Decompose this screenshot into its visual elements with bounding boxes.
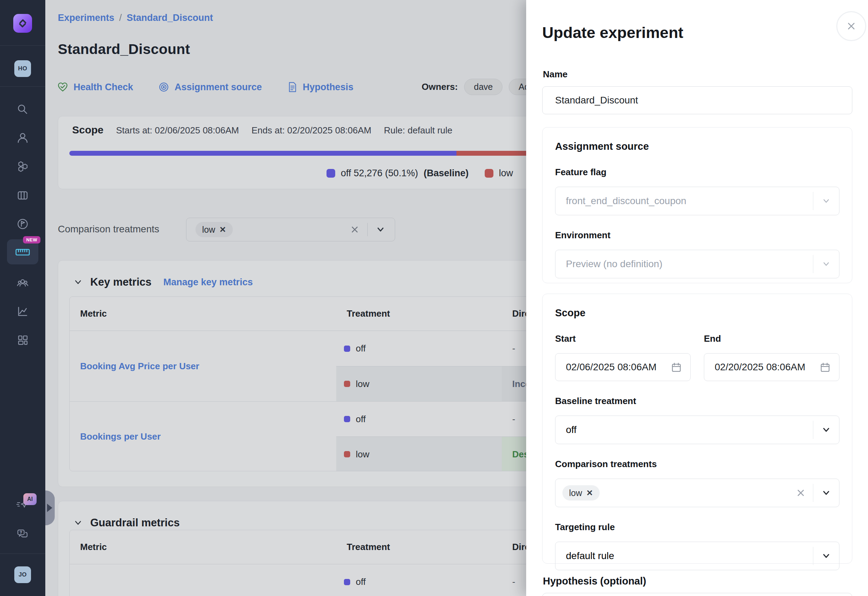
chevron-down-icon bbox=[813, 551, 839, 561]
workspace-avatar[interactable]: HO bbox=[0, 60, 45, 77]
comparison-treatments-label: Comparison treatments bbox=[555, 459, 839, 469]
calendar-icon[interactable] bbox=[819, 361, 831, 373]
comparison-treatments-select[interactable]: low ✕ bbox=[555, 479, 839, 507]
scope-heading: Scope bbox=[555, 307, 839, 319]
end-date-value: 02/20/2025 08:06AM bbox=[714, 361, 819, 373]
dashboard-grid-icon bbox=[16, 334, 29, 346]
app-logo[interactable] bbox=[0, 14, 45, 33]
drawer-title: Update experiment bbox=[542, 24, 683, 42]
sidebar-item-segments[interactable] bbox=[0, 160, 45, 173]
workspace-badge: HO bbox=[14, 60, 31, 77]
name-label: Name bbox=[543, 69, 568, 80]
sidebar-item-audiences[interactable] bbox=[0, 277, 45, 289]
targeting-rule-value: default rule bbox=[566, 550, 813, 562]
feature-flag-select[interactable]: front_end_discount_coupon bbox=[555, 187, 839, 215]
update-experiment-drawer: Update experiment Name Standard_Discount… bbox=[526, 0, 868, 596]
sidebar-item-dashboards[interactable] bbox=[0, 334, 45, 346]
new-badge: NEW bbox=[23, 236, 40, 243]
scope-section: Scope Start 02/06/2025 08:06AM End 02/20… bbox=[542, 294, 852, 564]
clear-icon[interactable] bbox=[796, 488, 806, 498]
name-input[interactable]: Standard_Discount bbox=[542, 86, 852, 114]
environment-label: Environment bbox=[555, 230, 839, 241]
sidebar-expand-handle[interactable] bbox=[45, 490, 55, 525]
sidebar-item-ai-assistant[interactable]: AI bbox=[0, 498, 45, 511]
end-label: End bbox=[704, 333, 839, 344]
sidebar-item-search[interactable] bbox=[0, 103, 45, 116]
ai-badge: AI bbox=[24, 493, 37, 505]
end-date-input[interactable]: 02/20/2025 08:06AM bbox=[704, 353, 839, 381]
baseline-treatment-select[interactable]: off bbox=[555, 416, 839, 444]
hypothesis-textarea[interactable] bbox=[542, 593, 852, 596]
chevron-down-icon bbox=[813, 259, 839, 269]
statsig-logo-icon bbox=[13, 14, 32, 33]
chevron-down-icon bbox=[813, 425, 839, 435]
divider bbox=[0, 86, 45, 87]
feature-flag-label: Feature flag bbox=[555, 167, 839, 178]
assignment-source-section: Assignment source Feature flag front_end… bbox=[542, 127, 852, 283]
targeting-rule-select[interactable]: default rule bbox=[555, 541, 839, 570]
divider bbox=[0, 45, 45, 46]
environment-select[interactable]: Preview (no definition) bbox=[555, 250, 839, 278]
chevron-down-icon bbox=[813, 196, 839, 206]
flag-circle-icon bbox=[16, 218, 29, 230]
chevron-down-icon bbox=[813, 488, 839, 498]
sidebar-item-flags[interactable] bbox=[0, 189, 45, 202]
calendar-icon[interactable] bbox=[671, 361, 682, 373]
ruler-icon bbox=[15, 246, 30, 258]
sidebar-item-users[interactable] bbox=[0, 132, 45, 144]
person-icon bbox=[16, 132, 29, 144]
divider bbox=[0, 553, 45, 554]
chip-remove-icon[interactable]: ✕ bbox=[586, 488, 593, 498]
user-avatar[interactable]: JO bbox=[0, 566, 45, 583]
hexagons-icon bbox=[16, 160, 29, 173]
sidebar-item-experiments-active[interactable]: NEW bbox=[7, 239, 38, 264]
people-group-icon bbox=[16, 277, 29, 289]
line-chart-icon bbox=[16, 305, 29, 318]
chevron-right-icon bbox=[47, 504, 52, 512]
sidebar: HO bbox=[0, 0, 45, 596]
hypothesis-optional-label: Hypothesis (optional) bbox=[543, 575, 646, 587]
sidebar-item-releases[interactable] bbox=[0, 218, 45, 230]
assignment-source-heading: Assignment source bbox=[555, 141, 839, 152]
start-date-value: 02/06/2025 08:06AM bbox=[566, 361, 671, 373]
columns-icon bbox=[16, 189, 29, 202]
help-chat-icon: ? bbox=[16, 528, 29, 540]
targeting-rule-label: Targeting rule bbox=[555, 522, 839, 533]
close-icon bbox=[845, 20, 857, 32]
sidebar-item-analytics[interactable] bbox=[0, 305, 45, 318]
baseline-treatment-label: Baseline treatment bbox=[555, 396, 839, 407]
user-badge: JO bbox=[14, 566, 31, 583]
svg-text:?: ? bbox=[20, 530, 22, 534]
search-icon bbox=[16, 103, 29, 116]
start-label: Start bbox=[555, 333, 691, 344]
close-button[interactable] bbox=[836, 11, 866, 41]
baseline-treatment-value: off bbox=[566, 424, 813, 435]
start-date-input[interactable]: 02/06/2025 08:06AM bbox=[555, 353, 691, 381]
environment-value: Preview (no definition) bbox=[566, 258, 813, 270]
treatment-chip-low[interactable]: low ✕ bbox=[562, 485, 600, 500]
chip-label: low bbox=[569, 488, 582, 498]
feature-flag-value: front_end_discount_coupon bbox=[566, 195, 813, 207]
sidebar-item-support[interactable]: ? bbox=[0, 528, 45, 540]
